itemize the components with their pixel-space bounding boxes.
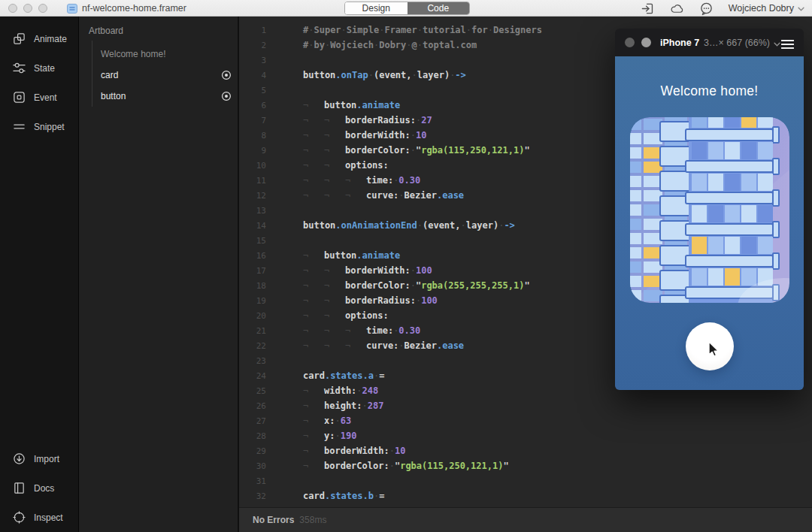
toolbar-item-inspect[interactable]: Inspect xyxy=(0,503,78,532)
line-number: 21 xyxy=(239,326,266,336)
layers-list: Welcome home!cardbutton xyxy=(92,41,238,107)
code-line-content: ¬¬borderRadius:·100 xyxy=(303,295,438,306)
tab-design[interactable]: Design xyxy=(345,2,408,14)
code-line[interactable]: 32card.states.b·= xyxy=(239,488,812,503)
tool-rail: AnimateStateEventSnippet ImportDocsInspe… xyxy=(0,17,79,532)
chevron-down-icon xyxy=(798,3,804,14)
preview-size-dropdown[interactable] xyxy=(774,36,780,50)
prototype-card-illustration[interactable]: .c-light{fill:var(--tile-light)}.c-mid{f… xyxy=(630,117,789,303)
line-number: 16 xyxy=(239,251,266,261)
snippet-icon xyxy=(13,120,26,133)
code-line-content: ¬¬borderColor:·"rgba(255,255,255,1)" xyxy=(303,280,530,291)
hamburger-menu-icon[interactable] xyxy=(781,38,794,47)
code-line[interactable]: 30¬borderColor:·"rgba(115,250,121,1)" xyxy=(239,458,812,473)
inspect-icon xyxy=(13,511,26,524)
target-icon[interactable] xyxy=(221,91,232,101)
editor-status-bar: No Errors 358ms xyxy=(239,507,812,532)
code-line-content: ¬¬borderRadius:·27 xyxy=(303,115,432,125)
minimize-window-button[interactable] xyxy=(23,4,32,13)
line-number: 6 xyxy=(239,101,266,110)
code-line-content: ¬borderColor:·"rgba(115,250,121,1)" xyxy=(303,461,509,471)
code-line[interactable]: 29¬borderWidth:·10 xyxy=(239,443,812,458)
code-line-content: button.onTap·(event,·layer)·-> xyxy=(303,70,466,80)
window-controls xyxy=(8,4,47,13)
line-number: 30 xyxy=(239,461,266,471)
toolbar-item-label: Docs xyxy=(34,483,54,494)
line-number: 9 xyxy=(239,146,266,156)
line-number: 19 xyxy=(239,296,266,306)
layer-item-button[interactable]: button xyxy=(92,86,232,107)
line-number: 24 xyxy=(239,371,266,381)
code-line-content: #·Super·Simple·Framer·tutorial·for·Desig… xyxy=(303,25,542,35)
document-proxy: nf-welcome-home.framer xyxy=(67,3,186,14)
toolbar-item-animate[interactable]: Animate xyxy=(0,24,78,53)
code-line-content: ¬borderWidth:·10 xyxy=(303,446,405,456)
mouse-cursor xyxy=(705,340,720,358)
code-line-content: ¬y:·190 xyxy=(303,431,356,441)
docs-icon xyxy=(13,482,26,494)
preview-device-name: iPhone 7 xyxy=(660,38,699,48)
feedback-chat-icon[interactable] xyxy=(699,2,714,16)
code-line-content: ¬¬borderWidth:·10 xyxy=(303,130,426,141)
code-line-content: ¬¬options: xyxy=(303,160,389,171)
layer-label: button xyxy=(101,91,126,101)
code-line[interactable]: 27¬x:·63 xyxy=(239,413,812,428)
zoom-window-button[interactable] xyxy=(38,4,47,13)
code-line-content: ¬¬¬time:·0.30 xyxy=(303,325,420,336)
code-line-content: ¬¬options: xyxy=(303,310,389,321)
line-number: 8 xyxy=(239,131,266,141)
prototype-screen: Welcome home! .c-light{fill:var(--tile-l… xyxy=(615,56,804,390)
tab-code[interactable]: Code xyxy=(408,2,470,14)
line-number: 7 xyxy=(239,116,266,125)
line-number: 2 xyxy=(239,41,266,50)
code-line-content: ¬height:·287 xyxy=(303,401,384,411)
toolbar-item-label: State xyxy=(34,63,55,74)
line-number: 15 xyxy=(239,236,266,246)
framer-file-icon xyxy=(67,3,77,13)
code-line-content: ¬¬¬curve:·Bezier.ease xyxy=(303,190,464,201)
code-line-content: ¬¬¬time:·0.30 xyxy=(303,175,420,186)
toolbar-item-state[interactable]: State xyxy=(0,53,78,83)
preview-close-button[interactable] xyxy=(625,38,635,47)
target-icon[interactable] xyxy=(221,70,232,80)
toolbar-item-event[interactable]: Event xyxy=(0,83,78,112)
code-line-content: card.states.a·= xyxy=(303,370,384,381)
line-number: 22 xyxy=(239,341,266,351)
cloud-sync-icon[interactable] xyxy=(670,2,684,16)
preview-minimize-button[interactable] xyxy=(641,38,651,47)
line-number: 11 xyxy=(239,176,266,186)
document-title: nf-welcome-home.framer xyxy=(82,3,186,14)
layer-label: Welcome home! xyxy=(101,49,165,59)
account-menu[interactable]: Wojciech Dobry xyxy=(729,3,804,14)
toolbar-item-docs[interactable]: Docs xyxy=(0,473,78,503)
code-line[interactable]: 28¬y:·190 xyxy=(239,428,812,443)
code-line[interactable]: 26¬height:·287 xyxy=(239,398,812,413)
line-number: 23 xyxy=(239,356,266,366)
code-line-content: ¬¬¬curve:·Bezier.ease xyxy=(303,340,464,351)
preview-size-label: 3…× 667 (66%) xyxy=(704,38,770,48)
preview-header: iPhone 7 3…× 667 (66%) xyxy=(615,29,804,56)
sign-in-icon[interactable] xyxy=(641,2,655,16)
window-titlebar: nf-welcome-home.framer Design Code Wojci… xyxy=(0,0,812,17)
layer-item-welcome-home[interactable]: Welcome home! xyxy=(92,44,232,65)
line-number: 1 xyxy=(239,26,266,35)
code-line-content: ¬width:·248 xyxy=(303,385,378,396)
code-line[interactable]: 31 xyxy=(239,473,812,488)
toolbar-item-label: Snippet xyxy=(34,122,65,132)
line-number: 27 xyxy=(239,416,266,426)
line-number: 10 xyxy=(239,161,266,171)
layer-item-card[interactable]: card xyxy=(92,65,232,86)
close-window-button[interactable] xyxy=(8,4,17,13)
preview-window: iPhone 7 3…× 667 (66%) Welcome home! .c-… xyxy=(615,29,804,390)
line-number: 4 xyxy=(239,71,266,80)
line-number: 25 xyxy=(239,386,266,396)
code-line-content: card.states.b·= xyxy=(303,491,384,501)
toolbar-item-import[interactable]: Import xyxy=(0,444,78,473)
line-number: 12 xyxy=(239,191,266,201)
prototype-title: Welcome home! xyxy=(615,56,804,99)
toolbar-item-snippet[interactable]: Snippet xyxy=(0,112,78,141)
code-line-content: ¬button.animate xyxy=(303,250,400,261)
event-icon xyxy=(13,91,26,104)
artboard-header: Artboard xyxy=(89,26,238,36)
toolbar-item-label: Animate xyxy=(34,34,67,44)
